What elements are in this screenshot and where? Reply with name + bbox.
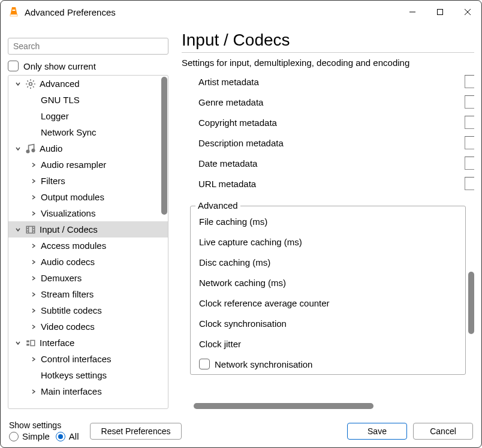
setting-copyright-metadata: Copyright metadata bbox=[182, 112, 474, 133]
svg-rect-17 bbox=[26, 344, 29, 345]
cancel-button[interactable]: Cancel bbox=[413, 423, 473, 440]
minimize-button[interactable] bbox=[399, 1, 426, 23]
tree-item-hotkeys-settings[interactable]: Hotkeys settings bbox=[8, 367, 168, 383]
tree-item-visualizations[interactable]: Visualizations bbox=[8, 205, 168, 221]
tree-item-label: Main interfaces bbox=[41, 386, 102, 396]
tree-item-control-interfaces[interactable]: Control interfaces bbox=[8, 351, 168, 367]
interface-icon bbox=[25, 338, 36, 348]
tree-item-audio-resampler[interactable]: Audio resampler bbox=[8, 157, 168, 173]
setting-label: Date metadata bbox=[198, 158, 257, 169]
tree-item-interface[interactable]: Interface bbox=[8, 335, 168, 351]
titlebar: Advanced Preferences bbox=[1, 1, 481, 23]
svg-rect-3 bbox=[438, 10, 443, 15]
setting-clock-jitter: Clock jitter bbox=[191, 333, 465, 354]
tree-item-advanced[interactable]: Advanced bbox=[8, 76, 168, 92]
close-button[interactable] bbox=[454, 1, 481, 23]
tree-item-label: Audio codecs bbox=[41, 257, 95, 267]
svg-rect-9 bbox=[26, 226, 35, 233]
tree-item-stream-filters[interactable]: Stream filters bbox=[8, 286, 168, 302]
tree-item-label: Filters bbox=[41, 176, 65, 186]
tree-item-input-codecs[interactable]: Input / Codecs bbox=[8, 221, 168, 237]
setting-label: Genre metadata bbox=[198, 97, 263, 107]
tree-item-label: Audio resampler bbox=[41, 160, 106, 170]
radio-all[interactable] bbox=[56, 432, 65, 441]
network-synchronisation-checkbox[interactable]: Network synchronisation bbox=[191, 354, 465, 374]
svg-point-8 bbox=[32, 149, 35, 152]
tree-item-label: Hotkeys settings bbox=[41, 370, 107, 380]
setting-input[interactable] bbox=[465, 177, 474, 190]
tree-item-subtitle-codecs[interactable]: Subtitle codecs bbox=[8, 302, 168, 318]
setting-label: Description metadata bbox=[198, 138, 284, 148]
sidebar: Only show current AdvancedGNU TLSLoggerN… bbox=[8, 23, 168, 409]
setting-input[interactable] bbox=[465, 157, 474, 170]
tree-item-label: Video codecs bbox=[41, 321, 95, 332]
setting-genre-metadata: Genre metadata bbox=[182, 92, 474, 112]
search-input[interactable] bbox=[8, 38, 168, 55]
chevron-right-icon bbox=[29, 257, 38, 267]
chevron-right-icon bbox=[29, 193, 38, 202]
svg-rect-16 bbox=[26, 340, 29, 342]
setting-label: Disc caching (ms) bbox=[199, 257, 270, 267]
tree-item-label: Access modules bbox=[41, 240, 106, 251]
show-settings-label: Show settings bbox=[9, 420, 83, 430]
setting-input[interactable] bbox=[465, 116, 474, 129]
tree-item-label: Audio bbox=[40, 143, 62, 154]
setting-label: URL metadata bbox=[198, 179, 256, 189]
tree-item-label: Logger bbox=[41, 111, 69, 121]
advanced-section: AdvancedFile caching (ms)Live capture ca… bbox=[190, 206, 466, 375]
tree-item-label: Output modules bbox=[41, 192, 104, 202]
tree-item-video-codecs[interactable]: Video codecs bbox=[8, 318, 168, 335]
chevron-right-icon bbox=[29, 387, 38, 396]
settings-panel: Input / Codecs Settings for input, demul… bbox=[168, 23, 474, 409]
setting-label: File caching (ms) bbox=[199, 217, 267, 227]
chevron-right-icon bbox=[29, 290, 38, 299]
setting-clock-reference-average-counter: Clock reference average counter bbox=[191, 293, 465, 313]
chevron-right-icon bbox=[29, 322, 38, 332]
setting-label: Artist metadata bbox=[198, 77, 259, 87]
chevron-right-icon bbox=[29, 176, 38, 186]
maximize-button[interactable] bbox=[426, 1, 454, 23]
chevron-right-icon bbox=[29, 306, 38, 315]
vlc-app-icon bbox=[8, 6, 20, 18]
tree-item-label: Subtitle codecs bbox=[41, 305, 102, 315]
tree-item-label: Demuxers bbox=[41, 273, 82, 283]
tree-item-main-interfaces[interactable]: Main interfaces bbox=[8, 383, 168, 399]
svg-rect-1 bbox=[13, 10, 16, 11]
page-description: Settings for input, demultiplexing, deco… bbox=[182, 58, 474, 68]
setting-input[interactable] bbox=[465, 136, 474, 149]
only-show-current-label: Only show current bbox=[23, 61, 96, 71]
chevron-right-icon bbox=[29, 354, 38, 364]
setting-date-metadata: Date metadata bbox=[182, 153, 474, 173]
radio-simple[interactable] bbox=[9, 432, 19, 441]
only-show-current-checkbox[interactable]: Only show current bbox=[8, 61, 168, 71]
settings-scrollbar[interactable] bbox=[468, 272, 474, 334]
chevron-down-icon bbox=[13, 338, 23, 348]
chevron-down-icon bbox=[13, 79, 23, 89]
tree-item-network-sync[interactable]: Network Sync bbox=[8, 124, 168, 140]
tree-item-output-modules[interactable]: Output modules bbox=[8, 189, 168, 205]
setting-input[interactable] bbox=[465, 95, 474, 109]
tree-item-gnu-tls[interactable]: GNU TLS bbox=[8, 92, 168, 108]
chevron-right-icon bbox=[29, 241, 38, 251]
preferences-tree[interactable]: AdvancedGNU TLSLoggerNetwork SyncAudioAu… bbox=[8, 76, 168, 408]
setting-label: Network caching (ms) bbox=[199, 278, 286, 288]
tree-scrollbar[interactable] bbox=[161, 76, 168, 408]
setting-label: Clock synchronisation bbox=[199, 318, 287, 329]
tree-item-logger[interactable]: Logger bbox=[8, 108, 168, 124]
tree-item-demuxers[interactable]: Demuxers bbox=[8, 270, 168, 286]
tree-item-label: Interface bbox=[40, 338, 74, 348]
tree-item-access-modules[interactable]: Access modules bbox=[8, 237, 168, 254]
tree-item-audio[interactable]: Audio bbox=[8, 140, 168, 157]
settings-hscrollbar[interactable] bbox=[194, 403, 373, 409]
reset-preferences-button[interactable]: Reset Preferences bbox=[90, 423, 182, 440]
setting-file-caching-ms-: File caching (ms) bbox=[191, 211, 465, 231]
tree-item-audio-codecs[interactable]: Audio codecs bbox=[8, 254, 168, 270]
footer: Show settings Simple All Reset Preferenc… bbox=[1, 409, 481, 447]
chevron-down-icon bbox=[13, 144, 23, 154]
save-button[interactable]: Save bbox=[347, 423, 407, 440]
chevron-down-icon bbox=[13, 225, 23, 234]
setting-clock-synchronisation: Clock synchronisation bbox=[191, 313, 465, 333]
setting-input[interactable] bbox=[465, 75, 474, 88]
svg-rect-18 bbox=[31, 340, 35, 345]
tree-item-filters[interactable]: Filters bbox=[8, 173, 168, 189]
